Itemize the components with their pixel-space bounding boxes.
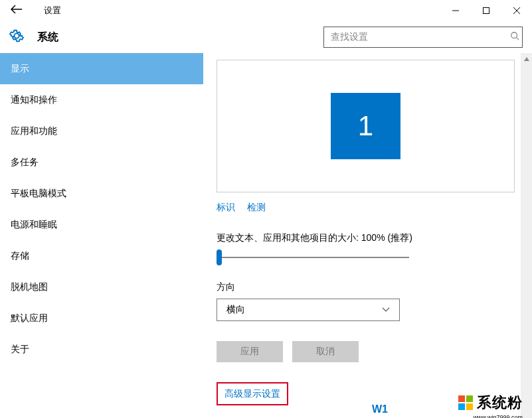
back-button[interactable]: [7, 3, 27, 18]
content: 1 标识 检测 更改文本、应用和其他项目的大小: 100% (推荐) 方向 横向…: [203, 53, 532, 418]
apply-button[interactable]: 应用: [217, 341, 283, 362]
gear-icon: [9, 29, 24, 46]
scale-slider[interactable]: [217, 251, 409, 264]
sidebar-item-display[interactable]: 显示: [0, 53, 203, 84]
search-icon: [510, 31, 519, 43]
svg-line-5: [517, 38, 519, 40]
scroll-up-icon[interactable]: [521, 53, 532, 64]
sidebar-item-label: 默认应用: [11, 313, 48, 324]
sidebar-item-label: 通知和操作: [11, 94, 57, 106]
sidebar-item-offlinemaps[interactable]: 脱机地图: [0, 271, 203, 303]
sidebar-item-label: 电源和睡眠: [11, 219, 57, 231]
sidebar-item-defaultapps[interactable]: 默认应用: [0, 303, 203, 334]
vertical-scrollbar[interactable]: [521, 53, 532, 418]
monitor-number: 1: [358, 110, 373, 142]
sidebar-item-label: 脱机地图: [11, 281, 48, 293]
w1-watermark: W1: [372, 403, 388, 415]
scale-label: 更改文本、应用和其他项目的大小: 100% (推荐): [217, 232, 515, 244]
window-title: 设置: [44, 5, 61, 17]
chevron-down-icon: [382, 305, 390, 314]
maximize-button[interactable]: [471, 0, 501, 21]
windows-logo-icon: [458, 395, 473, 410]
titlebar: 设置: [0, 0, 532, 21]
minimize-button[interactable]: [440, 0, 471, 21]
watermark: 系统粉: [458, 393, 523, 413]
sidebar-item-label: 多任务: [11, 157, 39, 169]
svg-rect-1: [484, 8, 489, 14]
sidebar-item-label: 平板电脑模式: [11, 188, 66, 200]
slider-track: [217, 257, 409, 258]
sidebar-item-storage[interactable]: 存储: [0, 240, 203, 271]
detect-link[interactable]: 检测: [247, 202, 266, 214]
advanced-link-highlight: 高级显示设置: [217, 382, 288, 405]
identify-link[interactable]: 标识: [217, 202, 235, 214]
watermark-text: 系统粉: [477, 393, 523, 413]
header: 系统 查找设置: [0, 21, 532, 53]
titlebar-left: 设置: [7, 3, 61, 18]
cancel-button[interactable]: 取消: [292, 341, 359, 362]
sidebar-item-label: 显示: [11, 63, 29, 75]
link-row: 标识 检测: [217, 202, 515, 214]
watermark-url: www.win7999.com: [473, 414, 523, 418]
sidebar-item-notifications[interactable]: 通知和操作: [0, 84, 203, 115]
section-title: 系统: [37, 31, 58, 44]
sidebar-item-multitask[interactable]: 多任务: [0, 147, 203, 178]
sidebar-item-tablet[interactable]: 平板电脑模式: [0, 178, 203, 209]
header-left: 系统: [9, 29, 58, 46]
sidebar-item-apps[interactable]: 应用和功能: [0, 115, 203, 147]
monitor-tile[interactable]: 1: [331, 93, 400, 159]
body: 显示 通知和操作 应用和功能 多任务 平板电脑模式 电源和睡眠 存储 脱机地图 …: [0, 53, 532, 418]
svg-point-4: [511, 33, 517, 38]
orientation-select[interactable]: 横向: [217, 299, 400, 321]
slider-thumb[interactable]: [217, 249, 222, 265]
window-controls: [440, 0, 532, 21]
close-button[interactable]: [501, 0, 532, 21]
advanced-display-link[interactable]: 高级显示设置: [224, 388, 280, 399]
orientation-label: 方向: [217, 281, 515, 293]
sidebar-item-label: 存储: [11, 250, 29, 262]
sidebar-item-power[interactable]: 电源和睡眠: [0, 209, 203, 240]
search-placeholder: 查找设置: [331, 31, 368, 43]
sidebar: 显示 通知和操作 应用和功能 多任务 平板电脑模式 电源和睡眠 存储 脱机地图 …: [0, 53, 203, 418]
display-preview: 1: [217, 60, 515, 192]
sidebar-item-label: 应用和功能: [11, 125, 57, 137]
button-row: 应用 取消: [217, 341, 515, 362]
sidebar-item-about[interactable]: 关于: [0, 334, 203, 365]
sidebar-item-label: 关于: [11, 344, 29, 356]
orientation-value: 横向: [226, 304, 245, 316]
search-input[interactable]: 查找设置: [323, 27, 523, 48]
